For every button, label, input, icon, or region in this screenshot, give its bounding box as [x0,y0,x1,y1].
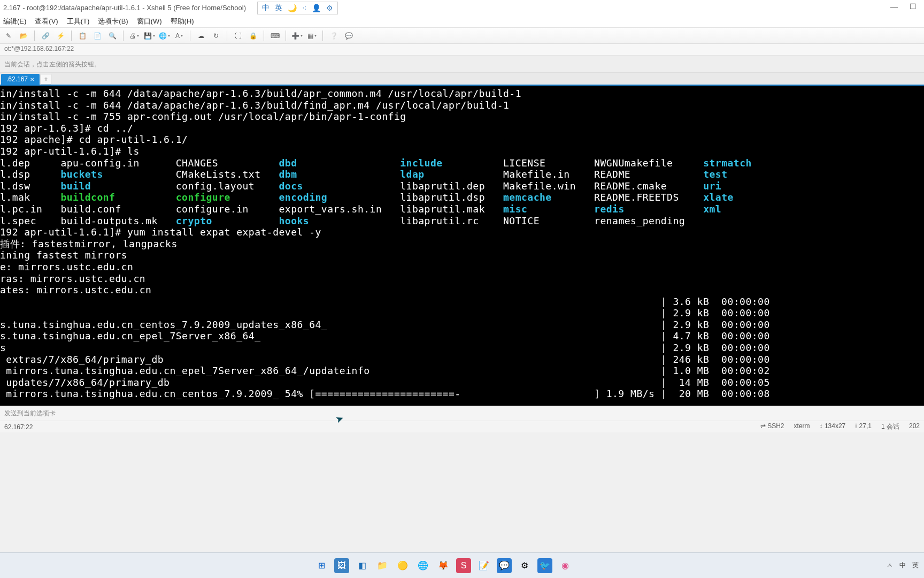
moon-icon[interactable]: 🌙 [288,4,297,12]
app-icon-red[interactable]: S [456,558,471,573]
status-sess: 1 会话 [881,422,899,431]
settings-icon[interactable]: ⚙ [517,558,532,573]
divider [190,31,190,41]
add-icon[interactable]: ➕ [291,31,302,41]
sparkle-icon[interactable]: ⁖ [302,4,306,12]
ime-ch-icon[interactable]: 中 [262,3,270,13]
status-term: xterm [794,422,810,431]
taskbar: ⊞ 🖼 ◧ 📁 🟡 🌐 🦊 S 📝 💬 ⚙ 🐦 ◉ ㅅ 中 英 [0,552,924,578]
search-icon[interactable]: 🔍 [107,31,118,41]
status-rowcol: ⁞ 27,1 [855,422,872,431]
divider [71,31,72,41]
hint-bar: 当前会话，点击左侧的箭头按钮。 [0,56,924,73]
menu-window[interactable]: 窗口(W) [137,17,162,26]
menu-help[interactable]: 帮助(H) [171,17,194,26]
new-session-icon[interactable]: ✎ [3,31,14,41]
bird-icon[interactable]: 🐦 [537,558,552,573]
status-year: 202 [909,422,920,431]
app-icon[interactable]: 🖼 [334,558,349,573]
notes-icon[interactable]: 📝 [476,558,491,573]
titlebar: 2.167 - root@192:/data/apache/apr-util-1… [0,0,924,15]
send-bar[interactable]: 发送到当前选项卡 [0,406,924,421]
cloud-icon[interactable]: ☁ [196,31,206,41]
tray-ch-icon[interactable]: 中 [899,561,906,570]
open-icon[interactable]: 📂 [18,31,29,41]
paste-icon[interactable]: 📄 [92,31,103,41]
globe-icon[interactable]: 🌐 [159,31,170,41]
address-bar[interactable]: ot:*@192.168.62.167:22 [0,44,924,56]
explorer-icon[interactable]: 📁 [375,558,390,573]
taskbar-center: ⊞ 🖼 ◧ 📁 🟡 🌐 🦊 S 📝 💬 ⚙ 🐦 ◉ [0,558,887,573]
person-icon[interactable]: 👤 [312,4,321,12]
terminal[interactable]: in/install -c -m 644 /data/apache/apr-1.… [0,86,924,406]
print-icon[interactable]: 🖨 [129,31,140,41]
menu-view[interactable]: 查看(V) [35,17,58,26]
fullscreen-icon[interactable]: ⛶ [233,31,243,41]
divider [123,31,124,41]
edge-icon[interactable]: 🌐 [415,558,430,573]
help-icon[interactable]: ❔ [328,31,339,41]
divider [227,31,227,41]
vbox-icon[interactable]: ◧ [355,558,369,573]
menu-edit[interactable]: 编辑(E) [3,17,26,26]
status-size: ↕ 134x27 [820,422,846,431]
lock-icon[interactable]: 🔒 [248,31,258,41]
copy-icon[interactable]: 📋 [77,31,88,41]
window-title: 2.167 - root@192:/data/apache/apr-util-1… [3,4,246,12]
disconnect-icon[interactable]: ⚡ [55,31,66,41]
font-icon[interactable]: A [174,31,184,41]
divider [322,31,323,41]
system-tray: ㅅ 中 英 [887,561,924,570]
toolbar: ✎ 📂 🔗 ⚡ 📋 📄 🔍 🖨 💾 🌐 A ☁ ↻ ⛶ 🔒 ⌨ ➕ ▦ ❔ 💬 [0,28,924,44]
start-icon[interactable]: ⊞ [314,558,329,573]
tab-add-button[interactable]: + [41,74,51,85]
save-icon[interactable]: 💾 [144,31,155,41]
app-icon-pink[interactable]: ◉ [558,558,573,573]
chrome-icon[interactable]: 🟡 [395,558,410,573]
maximize-button[interactable]: ☐ [910,2,917,11]
close-icon[interactable]: ✕ [30,77,34,82]
tray-up-icon[interactable]: ㅅ [887,561,893,570]
reconnect-icon[interactable]: 🔗 [40,31,51,41]
menu-options[interactable]: 选项卡(B) [98,17,128,26]
session-tabs: .62.167 ✕ + [0,73,924,86]
divider [34,31,35,41]
ime-en-icon[interactable]: 英 [275,3,282,13]
menu-tools[interactable]: 工具(T) [67,17,90,26]
status-host: 62.167:22 [4,423,33,431]
tab-session[interactable]: .62.167 ✕ [1,74,40,85]
divider [286,31,286,41]
minimize-button[interactable]: — [890,2,898,11]
status-ssh: ⇌ SSH2 [760,422,784,431]
divider [264,31,264,41]
window-controls: — ☐ [885,0,922,13]
tray-en-icon[interactable]: 英 [912,561,919,570]
menubar: 编辑(E) 查看(V) 工具(T) 选项卡(B) 窗口(W) 帮助(H) [0,15,924,28]
chat-icon[interactable]: 💬 [343,31,354,41]
grid-icon[interactable]: ▦ [306,31,317,41]
tab-label: .62.167 [6,75,28,83]
gear-icon[interactable]: ⚙ [326,4,333,12]
firefox-icon[interactable]: 🦊 [436,558,451,573]
chat-app-icon[interactable]: 💬 [497,558,512,573]
refresh-icon[interactable]: ↻ [211,31,221,41]
keyboard-icon[interactable]: ⌨ [270,31,280,41]
ime-toolbar[interactable]: 中 英 🌙 ⁖ 👤 ⚙ [257,2,338,14]
status-bar: 62.167:22 ⇌ SSH2 xterm ↕ 134x27 ⁞ 27,1 1… [0,421,924,432]
